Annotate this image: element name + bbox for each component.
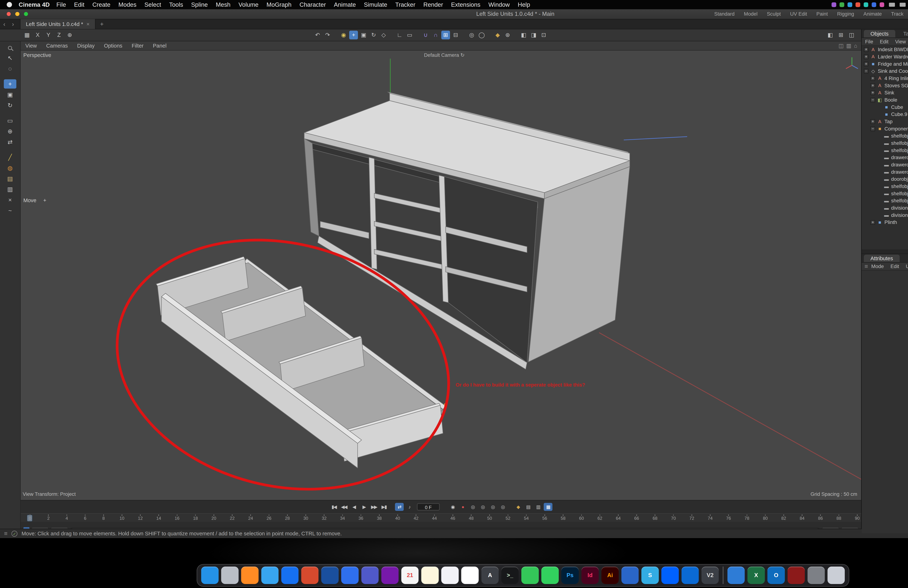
dock-icon-dropbox[interactable] bbox=[662, 567, 679, 584]
expander-icon[interactable]: + bbox=[864, 47, 869, 52]
perspective-viewport[interactable]: Perspective Default Camera ↻ Move + Or d… bbox=[21, 51, 861, 500]
lasso-select-icon[interactable]: ◌ bbox=[4, 64, 16, 73]
dock-icon-finder[interactable] bbox=[201, 567, 219, 584]
dock-icon-excel[interactable]: X bbox=[747, 567, 765, 584]
tab-layers[interactable]: Layers bbox=[901, 255, 908, 262]
tree-row-indesit-biwdil75148uk-integrated[interactable]: +AIndesit BIWDIL75148UK Integrated▦▩▲▲▲▲… bbox=[862, 46, 908, 53]
cycle-icon[interactable]: ⇄ bbox=[395, 503, 404, 511]
dock-icon-reminders[interactable] bbox=[441, 567, 459, 584]
om-menu-file[interactable]: File bbox=[862, 39, 876, 45]
dock-icon-facetime[interactable] bbox=[541, 567, 559, 584]
gravity-icon[interactable]: ◯ bbox=[477, 31, 486, 39]
dock-icon-downloads[interactable] bbox=[728, 567, 745, 584]
menubar-item-character[interactable]: Character bbox=[295, 1, 330, 8]
dock-icon-messages[interactable] bbox=[522, 567, 539, 584]
dynamic-guides-icon[interactable]: ⊟ bbox=[451, 31, 460, 39]
menubar-item-modes[interactable]: Modes bbox=[114, 1, 140, 8]
close-tab-icon[interactable]: × bbox=[87, 21, 90, 27]
magnify-icon[interactable] bbox=[8, 46, 12, 50]
menubar-item-extensions[interactable]: Extensions bbox=[447, 1, 485, 8]
last-tool-icon[interactable]: ◇ bbox=[379, 31, 388, 39]
attr-menu-user-data[interactable]: User Data bbox=[902, 263, 908, 269]
expander-icon[interactable]: − bbox=[870, 98, 875, 102]
undo-icon[interactable]: ↶ bbox=[313, 31, 322, 39]
menubar-status-icon[interactable] bbox=[880, 2, 884, 7]
expander-icon[interactable]: + bbox=[864, 62, 869, 66]
sculpt-icon[interactable]: ◍ bbox=[4, 163, 16, 173]
layout-single-icon[interactable]: ◧ bbox=[826, 31, 835, 39]
tree-row-tap[interactable]: +ATap▦▩▲▩ bbox=[862, 118, 908, 125]
layout-animate[interactable]: Animate bbox=[863, 11, 882, 17]
menubar-status-icon[interactable] bbox=[864, 2, 868, 7]
display-icon[interactable] bbox=[889, 3, 895, 7]
dock-icon-skype[interactable]: S bbox=[641, 567, 659, 584]
home-icon[interactable]: ⌂ bbox=[854, 43, 857, 49]
grid-snap-icon[interactable]: ⊞ bbox=[441, 31, 450, 39]
dock-icon-app-red[interactable] bbox=[787, 567, 805, 584]
menubar-item-render[interactable]: Render bbox=[419, 1, 447, 8]
knife-icon[interactable]: × bbox=[4, 195, 16, 204]
dock-icon-onedrive[interactable] bbox=[681, 567, 699, 584]
menubar-item-help[interactable]: Help bbox=[514, 1, 534, 8]
menubar-item-spline[interactable]: Spline bbox=[187, 1, 212, 8]
prev-key-icon[interactable]: ◀◀ bbox=[340, 503, 348, 511]
attribute-burger-icon[interactable]: ≡ bbox=[862, 263, 868, 270]
tree-row-shelfobject[interactable]: ▬shelfobject✓ bbox=[862, 147, 908, 154]
tree-row-boole[interactable]: −◧Boole✗ bbox=[862, 96, 908, 104]
viewport-menu-view[interactable]: View bbox=[21, 43, 42, 49]
window-titlebar[interactable]: Left Side Units 1.0.c4d * - Main Standar… bbox=[0, 9, 908, 19]
expander-icon[interactable]: + bbox=[870, 119, 875, 124]
tree-row-shelfobject[interactable]: ▬shelfobject✓ bbox=[862, 197, 908, 204]
pivot-icon[interactable]: ⊕ bbox=[4, 127, 16, 136]
tree-row-cube[interactable]: ■Cube✓● bbox=[862, 104, 908, 111]
menubar-status-icon[interactable] bbox=[847, 2, 852, 7]
dock-icon-outlook[interactable]: O bbox=[768, 567, 785, 584]
menubar-status-icon[interactable] bbox=[832, 2, 836, 7]
render-view-icon[interactable]: ◧ bbox=[519, 31, 528, 39]
dock-icon-terminal[interactable]: >_ bbox=[501, 567, 519, 584]
layout-paint[interactable]: Paint bbox=[816, 11, 828, 17]
dock-icon-font-book[interactable]: A bbox=[481, 567, 499, 584]
options-icon[interactable]: ⊛ bbox=[503, 31, 512, 39]
viewport-menu-display[interactable]: Display bbox=[72, 43, 99, 49]
motion-mode-icon[interactable]: ▥ bbox=[534, 503, 543, 511]
menubar-status-icon[interactable] bbox=[872, 2, 876, 7]
tree-row-shelfobject[interactable]: ▬shelfobject✓ bbox=[862, 190, 908, 197]
dock-icon-notes[interactable] bbox=[421, 567, 439, 584]
layout-panels-icon[interactable]: ◫ bbox=[847, 31, 856, 39]
expander-icon[interactable]: + bbox=[870, 220, 875, 225]
spline-pen-icon[interactable]: ~ bbox=[4, 206, 16, 215]
tab-back-button[interactable]: ‹ bbox=[0, 21, 9, 27]
layout-quad-icon[interactable]: ⊞ bbox=[837, 31, 845, 39]
dock-icon-mail[interactable] bbox=[321, 567, 339, 584]
filter-icon[interactable]: ▥ bbox=[846, 43, 851, 49]
menubar-status-icon[interactable] bbox=[855, 2, 860, 7]
dock-icon-launchpad[interactable] bbox=[221, 567, 238, 584]
menubar-item-tools[interactable]: Tools bbox=[165, 1, 187, 8]
dock-icon-edge[interactable] bbox=[621, 567, 639, 584]
viewport-menu-panel[interactable]: Panel bbox=[148, 43, 171, 49]
quantize-icon[interactable]: ∩ bbox=[431, 31, 440, 39]
keyframe-selection-icon[interactable]: ◆ bbox=[514, 503, 522, 511]
attr-menu-mode[interactable]: Mode bbox=[868, 263, 887, 269]
tab-attributes[interactable]: Attributes bbox=[864, 255, 900, 262]
tree-row-doorobject[interactable]: ▬doorobject✗ bbox=[862, 176, 908, 183]
menubar-item-window[interactable]: Window bbox=[484, 1, 514, 8]
menubar-item-volume[interactable]: Volume bbox=[235, 1, 262, 8]
tree-row-components[interactable]: −■Components✓▦▦ bbox=[862, 125, 908, 132]
tree-row-fridge-and-microwave-unit[interactable]: +■Fridge and Microwave Unit✓▦▩ bbox=[862, 60, 908, 68]
menubar-item-mesh[interactable]: Mesh bbox=[212, 1, 235, 8]
tree-row-divisionobject[interactable]: ▬divisionobject✓ bbox=[862, 204, 908, 212]
dock-icon-firefox[interactable] bbox=[241, 567, 259, 584]
attr-menu-edit[interactable]: Edit bbox=[887, 263, 902, 269]
move-tool-icon[interactable]: + bbox=[4, 79, 16, 88]
viewport-camera-label[interactable]: Default Camera ↻ bbox=[401, 52, 488, 58]
viewport-view-label[interactable]: Perspective bbox=[23, 52, 51, 58]
tab-objects[interactable]: Objects bbox=[864, 30, 895, 37]
expander-icon[interactable]: + bbox=[870, 76, 875, 81]
dock-icon-system-settings[interactable] bbox=[808, 567, 825, 584]
scale-tool-icon[interactable]: ▣ bbox=[4, 90, 16, 99]
dock-icon-onenote[interactable] bbox=[382, 567, 399, 584]
dock-icon-indesign[interactable]: Id bbox=[581, 567, 599, 584]
pen-icon[interactable]: ╱ bbox=[4, 153, 16, 162]
